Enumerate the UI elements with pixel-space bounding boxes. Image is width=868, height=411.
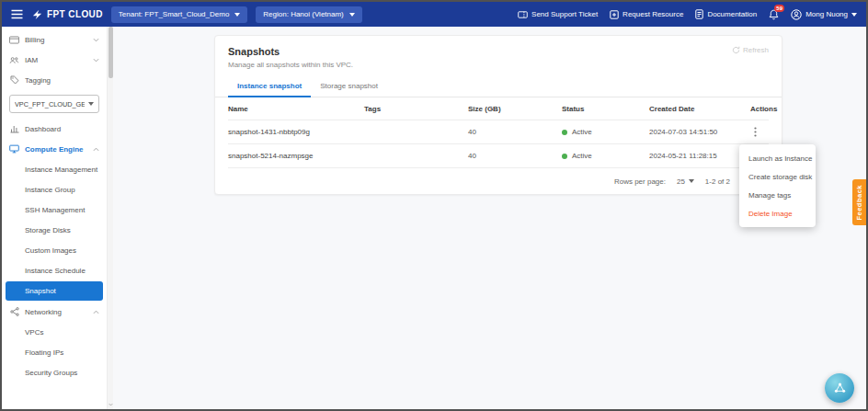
sidebar-item-label: Dashboard — [25, 125, 99, 133]
navbar-right-group: Send Support Ticket Request Resource Doc… — [518, 9, 857, 20]
sidebar-item-snapshot[interactable]: Snapshot — [6, 281, 103, 301]
sidebar-item-instance-management[interactable]: Instance Management — [2, 159, 107, 179]
hamburger-menu-icon[interactable] — [11, 9, 23, 19]
sidebar-item-tagging[interactable]: Tagging — [2, 70, 107, 90]
snapshot-tabs: Instance snapshot Storage snapshot — [215, 77, 782, 97]
chevron-down-icon — [88, 102, 94, 106]
user-name: Mong Nuong — [805, 10, 848, 18]
brand-logo[interactable]: FPT CLOUD — [31, 8, 103, 20]
send-support-ticket-label: Send Support Ticket — [531, 10, 598, 18]
page-subtitle: Manage all snapshots within this VPC. — [228, 61, 769, 69]
tab-instance-snapshot[interactable]: Instance snapshot — [228, 77, 311, 97]
status-active-dot — [562, 154, 567, 159]
col-header-tags: Tags — [364, 105, 468, 113]
request-resource-icon — [610, 10, 619, 19]
tenant-label: Tenant: FPT_Smart_Cloud_Demo — [119, 10, 230, 18]
row-actions-kebab-icon[interactable] — [750, 125, 760, 139]
sidebar-item-label: Security Groups — [25, 369, 77, 377]
menu-item-delete-image[interactable]: Delete Image — [739, 204, 816, 223]
networking-icon — [9, 307, 19, 316]
region-selector[interactable]: Region: Hanoi (Vietnam) — [256, 6, 361, 23]
snapshot-size: 40 — [468, 128, 562, 136]
sidebar-item-storage-disks[interactable]: Storage Disks — [2, 220, 107, 240]
sidebar-section-compute-engine[interactable]: Compute Engine — [2, 139, 107, 159]
chevron-up-icon — [93, 147, 99, 152]
sidebar-item-custom-images[interactable]: Custom Images — [2, 240, 107, 260]
sidebar-item-label: IAM — [25, 56, 87, 64]
col-header-created: Created Date — [649, 105, 745, 113]
notification-count-badge: 59 — [774, 5, 784, 12]
sidebar-item-label: Floating IPs — [25, 348, 63, 357]
chevron-down-icon — [93, 38, 99, 42]
snapshot-name[interactable]: snapshot-5214-nazmpsge — [228, 152, 364, 160]
col-header-name: Name — [228, 105, 364, 113]
sidebar-section-networking[interactable]: Networking — [2, 302, 107, 322]
pagination-range-label: 1-2 of 2 — [705, 177, 730, 186]
status-label: Active — [572, 152, 592, 160]
feedback-tab[interactable]: Feedback — [852, 179, 866, 225]
user-menu[interactable]: Mong Nuong — [791, 9, 857, 20]
sidebar-item-iam[interactable]: IAM — [2, 50, 107, 70]
menu-item-launch-as-instance[interactable]: Launch as Instance — [739, 149, 816, 167]
sidebar-item-label: Billing — [25, 36, 87, 44]
sidebar-item-label: VPCs — [25, 328, 43, 337]
sidebar-section-label: Networking — [25, 308, 87, 316]
documentation-label: Documentation — [707, 10, 757, 18]
refresh-button[interactable]: Refresh — [732, 46, 769, 54]
sidebar-item-label: Instance Schedule — [25, 267, 86, 275]
billing-icon — [9, 36, 19, 44]
row-actions — [745, 125, 769, 139]
sidebar-item-label: Storage Disks — [25, 226, 71, 234]
tenant-selector[interactable]: Tenant: FPT_Smart_Cloud_Demo — [111, 6, 248, 23]
dashboard-chart-icon — [9, 124, 19, 133]
request-resource-link[interactable]: Request Resource — [610, 10, 683, 19]
sidebar-item-label: Tagging — [25, 76, 99, 85]
ai-assistant-icon — [833, 382, 847, 395]
table-row: snapshot-5214-nazmpsge 40 Active 2024-05… — [228, 144, 769, 168]
sidebar-item-label: Snapshot — [25, 287, 56, 295]
chevron-down-icon — [851, 13, 857, 17]
page-title: Snapshots — [228, 46, 769, 57]
sidebar-item-label: Instance Group — [25, 186, 75, 194]
sidebar-item-ssh-management[interactable]: SSH Management — [2, 200, 107, 220]
status-label: Active — [572, 128, 592, 136]
brand-text: FPT CLOUD — [47, 9, 103, 19]
sidebar-item-security-groups[interactable]: Security Groups — [2, 362, 107, 382]
send-support-ticket-link[interactable]: Send Support Ticket — [518, 10, 598, 19]
status-active-dot — [562, 130, 567, 135]
rows-per-page-select[interactable]: 25 — [677, 177, 694, 186]
snapshots-card: Snapshots Manage all snapshots within th… — [214, 35, 782, 195]
table-row: snapshot-1431-nbbtp09g 40 Active 2024-07… — [228, 120, 769, 144]
col-header-size: Size (GB) — [468, 105, 562, 113]
sidebar: Billing IAM Tagging — [2, 27, 107, 409]
sidebar-item-instance-schedule[interactable]: Instance Schedule — [2, 260, 107, 280]
sidebar-item-floating-ips[interactable]: Floating IPs — [2, 342, 107, 362]
card-header: Snapshots Manage all snapshots within th… — [215, 36, 782, 69]
sidebar-scrollbar[interactable] — [107, 27, 113, 409]
sidebar-section-label: Compute Engine — [25, 145, 87, 154]
tab-storage-snapshot[interactable]: Storage snapshot — [311, 77, 387, 97]
snapshot-created-date: 2024-07-03 14:51:50 — [649, 128, 745, 136]
snapshot-size: 40 — [468, 152, 562, 160]
menu-item-create-storage-disk[interactable]: Create storage disk — [739, 167, 816, 186]
row-actions-context-menu: Launch as Instance Create storage disk M… — [739, 144, 816, 227]
chevron-down-icon — [689, 179, 694, 183]
chevron-up-icon — [93, 310, 99, 314]
user-avatar-icon — [791, 9, 802, 20]
iam-users-icon — [9, 56, 19, 64]
menu-item-manage-tags[interactable]: Manage tags — [739, 186, 816, 204]
snapshots-table: Name Tags Size (GB) Status Created Date … — [215, 97, 782, 168]
sidebar-item-billing[interactable]: Billing — [2, 29, 107, 50]
snapshot-name[interactable]: snapshot-1431-nbbtp09g — [228, 128, 364, 136]
ai-assistant-button[interactable] — [825, 373, 854, 403]
feedback-label: Feedback — [855, 185, 863, 221]
table-header-row: Name Tags Size (GB) Status Created Date … — [228, 97, 769, 120]
sidebar-item-instance-group[interactable]: Instance Group — [2, 179, 107, 200]
sidebar-item-vpcs[interactable]: VPCs — [2, 322, 107, 342]
notifications-button[interactable]: 59 — [769, 9, 779, 20]
chevron-down-icon — [93, 58, 99, 63]
documentation-link[interactable]: Documentation — [695, 9, 757, 19]
vpc-selector[interactable]: VPC_FPT_CLOUD_GENERAL — [9, 95, 99, 113]
tag-icon — [9, 75, 19, 85]
sidebar-item-dashboard[interactable]: Dashboard — [2, 119, 107, 139]
